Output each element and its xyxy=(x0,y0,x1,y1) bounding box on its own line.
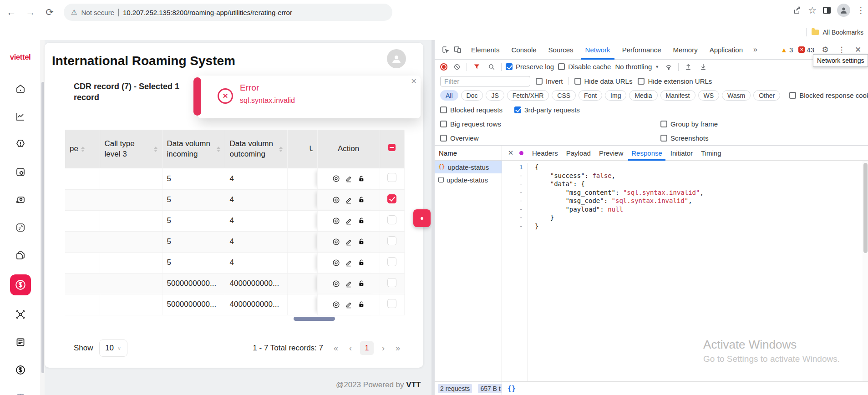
filter-input[interactable] xyxy=(440,76,530,86)
filter-chip-wasm[interactable]: Wasm xyxy=(722,90,751,101)
filter-funnel-icon[interactable] xyxy=(471,63,482,70)
view-icon[interactable] xyxy=(332,280,340,288)
sidebar-item-system[interactable] xyxy=(12,163,29,181)
name-column-header[interactable]: Name xyxy=(435,146,502,161)
page-number-button[interactable]: 1 xyxy=(360,341,374,355)
share-icon[interactable] xyxy=(793,6,802,15)
preserve-log-checkbox[interactable] xyxy=(506,63,513,70)
filter-chip-font[interactable]: Font xyxy=(579,90,602,101)
filter-chip-all[interactable]: All xyxy=(440,90,458,101)
back-icon[interactable]: ← xyxy=(4,5,19,20)
group-by-frame-checkbox[interactable] xyxy=(660,121,667,127)
clear-network-log-icon[interactable] xyxy=(452,63,462,71)
sidebar-item-billing-active[interactable] xyxy=(10,274,31,295)
column-header-data-volumn-outcoming[interactable]: Data volumn outcoming xyxy=(225,130,287,168)
inspect-element-icon[interactable] xyxy=(440,46,451,54)
hide-extension-urls-option[interactable]: Hide extension URLs xyxy=(638,77,712,85)
sort-carets-icon[interactable] xyxy=(81,147,85,152)
devtools-close-icon[interactable]: ✕ xyxy=(853,45,863,55)
transferred-status[interactable]: 657 B t xyxy=(478,384,502,393)
record-network-log-icon[interactable] xyxy=(442,65,446,69)
side-panel-icon[interactable] xyxy=(823,7,831,14)
edit-icon[interactable] xyxy=(345,259,353,267)
devtools-menu-dots-icon[interactable]: ⋮ xyxy=(836,45,847,55)
app-scrollbar-thumb[interactable] xyxy=(41,82,44,373)
prev-page-button[interactable]: ‹ xyxy=(344,341,357,355)
export-har-icon[interactable] xyxy=(698,63,709,71)
address-bar[interactable]: ⚠ Not secure 10.207.252.135:8200/roaming… xyxy=(64,4,392,21)
row-checkbox[interactable] xyxy=(387,257,396,266)
view-icon[interactable] xyxy=(332,196,340,204)
sort-carets-icon[interactable] xyxy=(279,147,283,152)
throttling-select[interactable]: No throttling▼ xyxy=(615,63,659,71)
blocked-cookies-option[interactable]: Blocked response cookies xyxy=(789,91,868,99)
tab-console[interactable]: Console xyxy=(506,40,543,60)
more-tabs-icon[interactable]: » xyxy=(750,46,761,54)
next-page-button[interactable]: › xyxy=(377,341,390,355)
row-checkbox[interactable] xyxy=(387,194,396,203)
close-request-icon[interactable]: ✕ xyxy=(505,149,517,157)
sidebar-item-alerts[interactable] xyxy=(12,136,29,153)
edit-icon[interactable] xyxy=(345,217,353,225)
user-avatar[interactable] xyxy=(387,49,406,68)
sidebar-item-documents[interactable] xyxy=(12,247,29,264)
edit-icon[interactable] xyxy=(345,175,353,182)
response-scrollbar-thumb[interactable] xyxy=(863,163,868,253)
view-icon[interactable] xyxy=(332,238,340,246)
response-tab-response[interactable]: Response xyxy=(627,146,666,161)
bookmark-star-icon[interactable]: ☆ xyxy=(808,5,817,16)
overview-option[interactable]: Overview xyxy=(440,134,479,142)
filter-chip-other[interactable]: Other xyxy=(753,90,780,101)
disable-cache-checkbox[interactable] xyxy=(558,63,565,70)
tab-network[interactable]: Network xyxy=(579,40,616,60)
overview-checkbox[interactable] xyxy=(440,135,447,142)
response-tab-initiator[interactable]: Initiator xyxy=(666,146,697,161)
row-checkbox[interactable] xyxy=(387,299,396,308)
profile-avatar[interactable] xyxy=(837,4,850,17)
filter-chip-manifest[interactable]: Manifest xyxy=(660,90,695,101)
response-tab-headers[interactable]: Headers xyxy=(528,146,562,161)
sidebar-item-history[interactable] xyxy=(12,219,29,236)
blocked-requests-checkbox[interactable] xyxy=(440,106,447,113)
response-tab-timing[interactable]: Timing xyxy=(697,146,725,161)
request-row[interactable]: update-status xyxy=(435,173,502,186)
row-checkbox[interactable] xyxy=(387,236,396,245)
view-icon[interactable] xyxy=(332,217,340,225)
sidebar-item-logs[interactable] xyxy=(12,334,29,351)
lock-icon[interactable] xyxy=(358,175,365,182)
filter-chip-fetch-xhr[interactable]: Fetch/XHR xyxy=(507,90,549,101)
import-har-icon[interactable] xyxy=(683,63,694,71)
errors-badge[interactable]: ✕43 xyxy=(798,46,814,54)
app-vertical-scrollbar[interactable] xyxy=(41,40,45,395)
response-tab-payload[interactable]: Payload xyxy=(562,146,595,161)
edit-icon[interactable] xyxy=(345,280,353,288)
response-vertical-scrollbar[interactable] xyxy=(863,161,868,381)
browser-menu-icon[interactable]: ⋮ xyxy=(857,5,865,15)
filter-chip-ws[interactable]: WS xyxy=(698,90,720,101)
column-header-data-volumn-incoming[interactable]: Data volumn incoming xyxy=(162,130,225,168)
lock-icon[interactable] xyxy=(358,217,365,224)
select-all-checkbox[interactable] xyxy=(388,144,396,151)
filter-chip-css[interactable]: CSS xyxy=(552,90,576,101)
format-response-icon[interactable]: {} xyxy=(508,385,516,393)
lock-icon[interactable] xyxy=(358,280,365,287)
filter-chip-doc[interactable]: Doc xyxy=(461,90,483,101)
row-checkbox[interactable] xyxy=(387,215,396,224)
filter-chip-js[interactable]: JS xyxy=(486,90,504,101)
view-icon[interactable] xyxy=(332,301,340,309)
row-checkbox[interactable] xyxy=(387,173,396,182)
edit-icon[interactable] xyxy=(345,301,353,309)
hide-data-urls-checkbox[interactable] xyxy=(574,78,581,85)
all-bookmarks-button[interactable]: All Bookmarks xyxy=(823,29,863,36)
hide-data-urls-option[interactable]: Hide data URLs xyxy=(574,77,633,85)
devtools-settings-gear-icon[interactable]: ⚙ xyxy=(820,45,831,55)
toast-close-icon[interactable]: ✕ xyxy=(411,77,417,86)
floating-settings-button[interactable] xyxy=(413,209,431,227)
preserve-log-option[interactable]: Preserve log xyxy=(506,63,554,71)
invert-option[interactable]: Invert xyxy=(536,77,563,85)
big-request-rows-option[interactable]: Big request rows xyxy=(440,120,501,128)
url-text[interactable]: 10.207.252.135:8200/roaming-app/utilitie… xyxy=(123,9,292,16)
sort-carets-icon[interactable] xyxy=(154,147,157,152)
lock-icon[interactable] xyxy=(358,238,365,245)
row-checkbox[interactable] xyxy=(387,278,396,287)
